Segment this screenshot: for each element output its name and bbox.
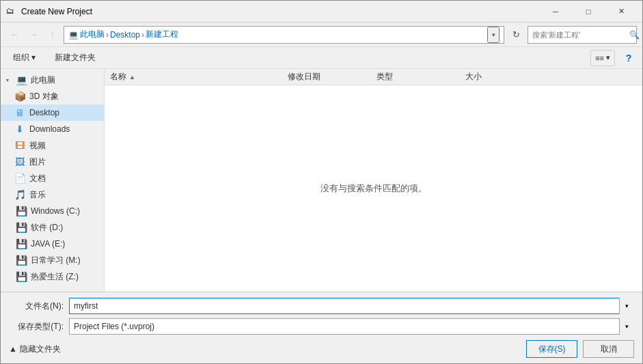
search-input[interactable] <box>532 31 627 39</box>
sidebar-label-drive-z: 热爱生活 (Z:) <box>31 271 79 283</box>
action-buttons: 保存(S) 取消 <box>526 340 634 358</box>
drive-m-icon: 💾 <box>16 255 27 266</box>
music-icon: 🎵 <box>14 189 25 200</box>
filename-input[interactable] <box>69 298 634 314</box>
drive-z-icon: 💾 <box>16 271 27 282</box>
bottom-section: 文件名(N): ▾ 保存类型(T): Project Files (*.uvpr… <box>1 292 642 363</box>
sort-icon: ▲ <box>129 74 135 81</box>
maximize-button[interactable]: □ <box>573 1 604 23</box>
hide-folder-button[interactable]: ▲ 隐藏文件夹 <box>9 344 61 355</box>
desktop-icon: 🖥 <box>14 107 25 118</box>
drive-c-icon: 💾 <box>16 206 27 216</box>
refresh-button[interactable]: ↻ <box>507 26 525 44</box>
sidebar-item-drive-m[interactable]: 💾 日常学习 (M:) <box>1 252 104 268</box>
sidebar-item-3d[interactable]: 📦 3D 对象 <box>1 88 104 104</box>
file-area: 名称 ▲ 修改日期 类型 大小 没有与搜索条件匹配的项。 <box>105 69 642 292</box>
expand-icon: ▾ <box>3 76 12 84</box>
sidebar-label-desktop: Desktop <box>29 108 59 117</box>
hide-folder-icon: ▲ <box>9 344 17 354</box>
drive-d-icon: 💾 <box>16 222 27 233</box>
pc-icon: 💻 <box>16 74 27 85</box>
sidebar-item-drive-z[interactable]: 💾 热爱生活 (Z:) <box>1 268 104 285</box>
sidebar-label-video: 视频 <box>29 140 46 152</box>
col-date[interactable]: 修改日期 <box>282 71 371 83</box>
path-computer[interactable]: 💻 此电脑 <box>68 29 105 40</box>
expand-icon-c <box>3 207 12 215</box>
filetype-label: 保存类型(T): <box>9 321 64 333</box>
sidebar-label-pc: 此电脑 <box>31 74 55 86</box>
expand-icon-d <box>3 223 12 232</box>
bottom-actions: ▲ 隐藏文件夹 保存(S) 取消 <box>9 340 634 358</box>
expand-icon-e <box>3 240 12 248</box>
sidebar-label-drive-d: 软件 (D:) <box>31 222 63 234</box>
close-button[interactable]: ✕ <box>605 1 637 23</box>
cancel-button[interactable]: 取消 <box>583 340 634 358</box>
filetype-row: 保存类型(T): Project Files (*.uvproj) ▾ <box>9 318 634 335</box>
title-bar: 🗂 Create New Project ─ □ ✕ <box>1 1 642 23</box>
address-toolbar: ← → ↑ 💻 此电脑 › Desktop › 新建工程 ▾ ↻ <box>1 23 642 47</box>
sidebar-label-3d: 3D 对象 <box>29 91 59 102</box>
path-project[interactable]: 新建工程 <box>146 29 178 40</box>
hide-folder-label: 隐藏文件夹 <box>20 344 61 355</box>
window-controls: ─ □ ✕ <box>540 1 637 23</box>
column-header: 名称 ▲ 修改日期 类型 大小 <box>105 69 642 85</box>
main-content: ▾ 💻 此电脑 📦 3D 对象 🖥 Desktop ⬇ Downloads 🎞 <box>1 69 642 292</box>
address-dropdown-button[interactable]: ▾ <box>487 27 500 43</box>
sidebar: ▾ 💻 此电脑 📦 3D 对象 🖥 Desktop ⬇ Downloads 🎞 <box>1 69 105 292</box>
sidebar-label-music: 音乐 <box>29 189 46 201</box>
help-button[interactable]: ? <box>620 50 637 66</box>
back-button[interactable]: ← <box>6 27 23 43</box>
forward-button[interactable]: → <box>25 27 42 43</box>
sidebar-item-drive-d[interactable]: 💾 软件 (D:) <box>1 219 104 236</box>
sidebar-item-images[interactable]: 🖼 图片 <box>1 154 104 170</box>
up-button[interactable]: ↑ <box>44 27 61 43</box>
sidebar-item-video[interactable]: 🎞 视频 <box>1 137 104 154</box>
file-content-empty: 没有与搜索条件匹配的项。 <box>105 85 642 292</box>
expand-icon-m <box>3 256 12 264</box>
sidebar-label-drive-e: JAVA (E:) <box>31 239 65 249</box>
address-bar[interactable]: 💻 此电脑 › Desktop › 新建工程 ▾ <box>64 26 504 44</box>
filename-row: 文件名(N): ▾ <box>9 298 634 314</box>
view-icon: ≡≡ <box>595 54 604 62</box>
filetype-select-wrapper: Project Files (*.uvproj) ▾ <box>69 318 634 335</box>
col-name[interactable]: 名称 ▲ <box>105 71 282 83</box>
filename-label: 文件名(N): <box>9 300 64 312</box>
organize-button[interactable]: 组织 ▾ <box>6 50 42 66</box>
col-type[interactable]: 类型 <box>371 71 460 83</box>
sidebar-label-documents: 文档 <box>29 173 46 184</box>
col-size[interactable]: 大小 <box>460 71 515 83</box>
filename-input-wrapper: ▾ <box>69 298 634 314</box>
sidebar-label-drive-c: Windows (C:) <box>31 206 80 216</box>
video-icon: 🎞 <box>14 140 25 151</box>
empty-message: 没有与搜索条件匹配的项。 <box>320 182 427 195</box>
sidebar-label-images: 图片 <box>29 156 46 168</box>
sidebar-item-downloads[interactable]: ⬇ Downloads <box>1 121 104 137</box>
sidebar-item-desktop[interactable]: 🖥 Desktop <box>1 104 104 121</box>
expand-icon-z <box>3 272 12 281</box>
3d-icon: 📦 <box>14 91 25 102</box>
dialog-title: Create New Project <box>21 7 540 16</box>
address-path: 💻 此电脑 › Desktop › 新建工程 <box>68 29 484 40</box>
path-desktop[interactable]: Desktop <box>110 30 140 40</box>
filename-dropdown-button[interactable]: ▾ <box>619 298 634 314</box>
sidebar-label-downloads: Downloads <box>29 124 70 134</box>
search-bar[interactable]: 🔍 <box>528 26 637 44</box>
view-button[interactable]: ≡≡ ▾ <box>590 50 615 66</box>
sidebar-item-drive-e[interactable]: 💾 JAVA (E:) <box>1 236 104 252</box>
create-project-dialog: 🗂 Create New Project ─ □ ✕ ← → ↑ 💻 此电脑 ›… <box>0 0 643 364</box>
sidebar-item-pc[interactable]: ▾ 💻 此电脑 <box>1 72 104 88</box>
sidebar-item-drive-c[interactable]: 💾 Windows (C:) <box>1 203 104 219</box>
images-icon: 🖼 <box>14 156 25 167</box>
search-icon: 🔍 <box>629 30 640 40</box>
drive-e-icon: 💾 <box>16 238 27 249</box>
dialog-icon: 🗂 <box>6 6 17 17</box>
new-folder-button[interactable]: 新建文件夹 <box>48 50 102 66</box>
documents-icon: 📄 <box>14 173 25 184</box>
sidebar-item-documents[interactable]: 📄 文档 <box>1 170 104 186</box>
filetype-select[interactable]: Project Files (*.uvproj) <box>69 318 634 335</box>
save-button[interactable]: 保存(S) <box>526 340 577 358</box>
minimize-button[interactable]: ─ <box>540 1 571 23</box>
action-toolbar: 组织 ▾ 新建文件夹 ≡≡ ▾ ? <box>1 47 642 69</box>
downloads-icon: ⬇ <box>14 124 25 135</box>
sidebar-item-music[interactable]: 🎵 音乐 <box>1 186 104 203</box>
